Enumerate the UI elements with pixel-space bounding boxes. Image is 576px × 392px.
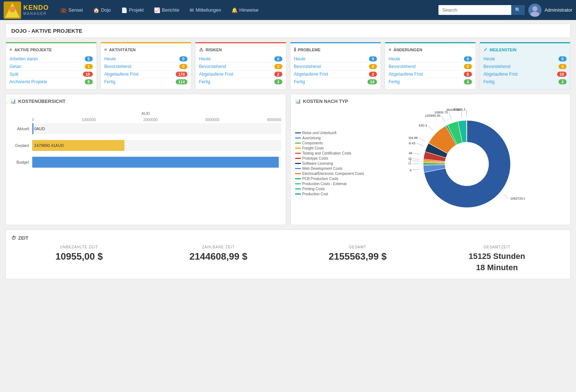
legend-color (295, 143, 301, 144)
zeit-item-value: 2155563,99 $ (290, 251, 426, 262)
search-icon: 🔍 (515, 7, 521, 13)
donut-label: 59986.2 (454, 108, 466, 111)
bar-chart-card: 📊 KOSTENÜBERSICHT AUD 0 1000000 2000000 … (5, 94, 286, 225)
legend-item: Production Cost (295, 192, 364, 196)
legend-item: Ausrüstung (295, 136, 364, 140)
stat-row: Bevorstehend0 (199, 63, 282, 71)
bar-label-geplant: Geplant (10, 143, 32, 148)
stat-label[interactable]: Bevorstehend (484, 64, 511, 69)
stat-label[interactable]: Bevorstehend (294, 64, 321, 69)
legend-item: PCB Production Costs (295, 177, 364, 181)
donut-label: 49004.86 (409, 136, 418, 140)
stat-header-meilenstein: ✓MEILENSTEIN (484, 47, 567, 52)
legend-text: Testing and Certification Costs (302, 151, 351, 155)
stat-label[interactable]: Fertig (294, 79, 305, 84)
stat-badge: 0 (369, 56, 377, 61)
stat-label[interactable]: Archivierte Projekte (9, 79, 47, 84)
legend-item: Software Licensing (295, 161, 364, 165)
legend-text: Web Development Costs (302, 167, 342, 171)
nav-item-sensei[interactable]: 💼 Sensei (56, 4, 87, 16)
donut-label-line (416, 143, 423, 146)
donut-legend: Reise und UnterkunftAusrüstungComponents… (295, 131, 364, 197)
stat-badge: 1 (85, 64, 93, 69)
stat-label[interactable]: Fertig (484, 79, 495, 84)
nav-item-mitteilungen[interactable]: ✉ Mitteilungen (185, 4, 226, 16)
bar-label-budget: Budget (10, 160, 32, 164)
stat-badge: 0 (464, 56, 472, 61)
stat-label[interactable]: Heute (104, 56, 116, 61)
navbar: KENDO MANAGER 💼 Sensei 🏠 Dojo 📄 Projekt … (0, 0, 576, 20)
stat-card-meilenstein: ✓MEILENSTEINHeute0Bevorstehend0Abgelaufe… (480, 42, 571, 89)
stat-card-risiken: ⚠RISIKENHeute0Bevorstehend0Abgelaufene F… (195, 42, 286, 89)
stat-label[interactable]: Heute (199, 56, 211, 61)
stat-label[interactable]: Heute (484, 56, 495, 61)
legend-color (295, 163, 301, 164)
stat-row: Bevorstehend0 (294, 63, 377, 71)
stat-icon-aenderungen: ≡ (389, 47, 392, 52)
stat-label[interactable]: Spät (9, 72, 19, 77)
nav-item-dojo[interactable]: 🏠 Dojo (89, 4, 115, 16)
stat-label[interactable]: Abgelaufene Frist (104, 72, 139, 77)
stat-label[interactable]: Abgelaufene Frist (294, 72, 328, 77)
nav-item-projekt[interactable]: 📄 Projekt (117, 4, 148, 16)
stat-label[interactable]: Abgelaufene Frist (389, 72, 423, 77)
donut-label-line (428, 125, 433, 131)
bar-chart-title-text: KOSTENÜBERSICHT (18, 99, 65, 104)
stat-badge: 2 (274, 72, 282, 77)
stat-row: Heute0 (389, 55, 472, 63)
stat-row: Heute0 (294, 55, 377, 63)
stat-label[interactable]: Fertig (104, 79, 116, 84)
logo[interactable]: KENDO MANAGER (4, 1, 49, 19)
stat-icon-probleme: ℹ (294, 47, 296, 52)
stat-row: Fertig3 (199, 78, 282, 85)
stat-card-aenderungen: ≡ÄNDERUNGENHeute0Bevorstehend0Abgelaufen… (385, 42, 476, 89)
zeit-value-text: 10955,00 $ (55, 251, 103, 262)
stat-label[interactable]: Heute (389, 56, 400, 61)
bar-chart-title: 📊 KOSTENÜBERSICHT (10, 99, 281, 104)
donut-area: Reise und UnterkunftAusrüstungComponents… (295, 108, 566, 220)
stat-label[interactable]: Fertig (389, 79, 400, 84)
legend-item: Web Development Costs (295, 167, 364, 171)
donut-label: 1063725.93 (510, 197, 525, 200)
stat-icon-aktivitaeten: ≡ (104, 47, 107, 52)
stat-badge: 10 (557, 72, 567, 77)
stat-row: Heute0 (199, 55, 282, 63)
stat-label[interactable]: Arbeiten daran (9, 56, 38, 61)
donut-label-line (413, 169, 420, 170)
legend-text: Ausrüstung (302, 136, 321, 140)
search-button[interactable]: 🔍 (511, 5, 525, 15)
stat-badge: 0 (179, 56, 187, 61)
search-input[interactable] (438, 5, 511, 15)
legend-item: Testing and Certification Costs (295, 151, 364, 155)
zeit-item-0: UNBEZAHLTE ZEIT10955,00 $ (11, 245, 147, 273)
nav-item-berichte[interactable]: 📈 Berichte (150, 4, 184, 16)
stat-label[interactable]: Getan (9, 64, 21, 69)
stat-label[interactable]: Heute (294, 56, 306, 61)
bar-value-aktuell: 0AUD (32, 127, 45, 131)
bar-value-geplant: 1479890.41AUD (32, 143, 64, 148)
stat-header-risiken: ⚠RISIKEN (199, 47, 282, 52)
bar-row-geplant: Geplant 1479890.41AUD (10, 140, 281, 151)
legend-color (295, 178, 301, 179)
nav-item-hinweise[interactable]: 🔔 Hinweise (227, 4, 263, 16)
legend-text: Components (302, 141, 323, 145)
stat-label[interactable]: Abgelaufene Frist (484, 72, 518, 77)
stat-label[interactable]: Abgelaufene Frist (199, 72, 233, 77)
stat-badge: 114 (176, 79, 187, 84)
stat-row: Bevorstehend0 (484, 63, 567, 71)
stat-label[interactable]: Fertig (199, 79, 210, 84)
stat-badge: 5 (85, 56, 93, 61)
avatar-image (528, 4, 541, 17)
axis-2: 2000000 (143, 118, 158, 122)
donut-label-line (413, 153, 421, 155)
legend-color (295, 188, 301, 189)
stat-header-aktivitaeten: ≡AKTIVITÄTEN (104, 47, 188, 52)
stat-label[interactable]: Bevorstehend (389, 64, 416, 69)
stat-badge: 0 (274, 56, 282, 61)
donut-label-line (419, 138, 425, 141)
stat-label[interactable]: Bevorstehend (104, 64, 131, 69)
stat-label[interactable]: Bevorstehend (199, 64, 226, 69)
user-area[interactable]: Administrator (528, 4, 572, 17)
logo-manager: MANAGER (23, 12, 49, 16)
bar-track-aktuell: 0AUD (32, 123, 281, 134)
